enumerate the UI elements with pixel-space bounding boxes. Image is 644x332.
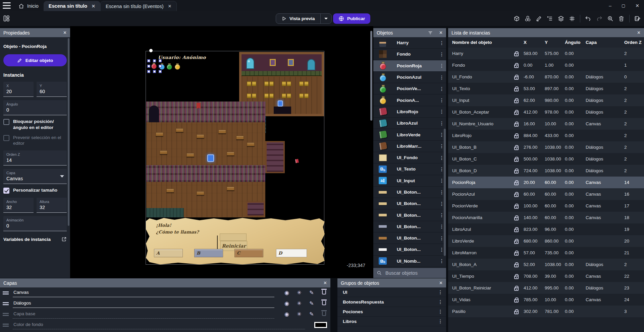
x-field[interactable]: X 20 xyxy=(3,82,34,97)
lock-position-checkbox[interactable] xyxy=(3,119,9,125)
object-item-ui_boton[interactable]: UI_Boton...⋮ xyxy=(373,244,446,255)
more-options-icon[interactable]: ⋮ xyxy=(439,201,443,206)
unlocked-padlock-icon[interactable] xyxy=(514,53,519,56)
more-options-icon[interactable]: ⋮ xyxy=(438,309,442,314)
animation-field[interactable]: Animación 0 xyxy=(3,216,67,231)
close-window-icon[interactable]: ✕ xyxy=(635,3,639,8)
grid-icon[interactable] xyxy=(569,15,575,22)
redo-icon[interactable] xyxy=(596,15,602,22)
more-options-icon[interactable]: ⋮ xyxy=(439,258,443,264)
instance-row-libroverde[interactable]: LibroVerde680.00860.000.0020 xyxy=(448,235,644,247)
instance-row-libroazul[interactable]: LibroAzul823.0096.000.0019 xyxy=(448,223,644,235)
object-item-ui_texto[interactable]: BbUI_Texto⋮ xyxy=(373,163,446,175)
panels-layout-icon[interactable] xyxy=(3,15,10,22)
background-color-swatch[interactable] xyxy=(314,322,327,328)
drag-handle-icon[interactable] xyxy=(3,291,9,294)
maximize-icon[interactable]: ▢ xyxy=(622,4,625,8)
unlocked-padlock-icon[interactable] xyxy=(514,217,519,220)
angle-field[interactable]: Ángulo 0 xyxy=(3,100,67,115)
objects-scrollbar[interactable] xyxy=(444,129,446,256)
instance-row-ui_boton_c[interactable]: UI_Boton_C500.001038.000.00Diálogos2 xyxy=(448,153,644,165)
instance-row-pocionverde[interactable]: PocionVerde100.0060.000.00Canvas17 xyxy=(448,200,644,212)
y-field[interactable]: Y 60 xyxy=(37,82,67,97)
effects-sparkle-icon[interactable]: ✳ xyxy=(296,301,302,306)
more-options-icon[interactable]: ⋮ xyxy=(438,319,442,324)
instance-row-ui_boton_d[interactable]: UI_Boton_D724.001038.000.00Diálogos2 xyxy=(448,165,644,177)
more-options-icon[interactable]: ⋮ xyxy=(438,289,442,295)
selection-handle[interactable] xyxy=(159,70,162,73)
unlocked-padlock-icon[interactable] xyxy=(514,311,519,314)
object-item-libroverde[interactable]: LibroVerde⋮ xyxy=(373,129,446,140)
more-options-icon[interactable]: ⋮ xyxy=(439,155,443,160)
more-options-icon[interactable]: ⋮ xyxy=(439,75,443,80)
object-item-pociona[interactable]: PocionA...⋮ xyxy=(373,94,446,106)
more-options-icon[interactable]: ⋮ xyxy=(439,132,443,137)
more-options-icon[interactable]: ⋮ xyxy=(439,121,443,126)
open-external-icon[interactable] xyxy=(61,237,67,242)
answer-button-d[interactable]: D xyxy=(276,249,307,257)
visibility-eye-icon[interactable]: ◉ xyxy=(284,301,290,306)
instance-row-ui_boton_a[interactable]: UI_Boton_A52.001038.000.00Diálogos2 xyxy=(448,259,644,270)
draw-pencil-icon[interactable] xyxy=(536,15,542,22)
instance-row-ui_fondo[interactable]: UI_Fondo-6.00870.000.00Diálogos0 xyxy=(448,71,644,83)
unlocked-padlock-icon[interactable] xyxy=(514,252,519,256)
drag-handle-icon[interactable] xyxy=(3,313,9,316)
object-item-ui_nomb[interactable]: BbUI_Nomb...⋮ xyxy=(373,256,446,267)
group-item-botonesrespuesta[interactable]: BotonesRespuesta⋮ xyxy=(337,297,446,307)
drag-handle-icon[interactable] xyxy=(3,302,9,305)
custom-size-checkbox[interactable] xyxy=(3,188,9,194)
height-field[interactable]: Altura 32 xyxy=(37,198,67,213)
layer-name-input[interactable]: Capa base xyxy=(13,310,274,319)
instance-row-pocionroja[interactable]: PocionRoja20.0060.000.00Canvas14 xyxy=(448,177,644,188)
instance-row-ui_boton_b[interactable]: UI_Boton_B276.001038.000.00Diálogos2 xyxy=(448,141,644,153)
object-item-ui_boton[interactable]: UI_Boton...⋮ xyxy=(373,209,446,221)
more-options-icon[interactable]: ⋮ xyxy=(439,167,443,172)
layers-icon[interactable] xyxy=(558,15,564,22)
object-item-fondo[interactable]: Fondo⋮ xyxy=(373,49,446,60)
object-item-ui_boton[interactable]: UI_Boton...⋮ xyxy=(373,187,446,198)
more-options-icon[interactable]: ⋮ xyxy=(439,40,443,46)
undo-icon[interactable] xyxy=(585,15,591,22)
layer-select[interactable]: Capa Canvas xyxy=(3,169,67,184)
object-item-pocionroja[interactable]: PocionRoja⋮ xyxy=(373,60,446,72)
visibility-eye-icon[interactable]: ◉ xyxy=(284,290,290,295)
group-item-ui[interactable]: UI⋮ xyxy=(337,287,446,297)
group-item-libros[interactable]: Libros⋮ xyxy=(337,317,446,326)
unlocked-padlock-icon[interactable] xyxy=(514,112,519,115)
layer-row-canvas[interactable]: Canvas ◉ ✳ ✎ xyxy=(0,287,330,298)
effects-sparkle-icon[interactable]: ✳ xyxy=(296,312,302,317)
more-options-icon[interactable]: ⋮ xyxy=(439,190,443,195)
unlocked-padlock-icon[interactable] xyxy=(514,194,519,197)
unlocked-padlock-icon[interactable] xyxy=(514,241,519,244)
minimize-icon[interactable]: – xyxy=(609,3,611,8)
edit-object-button[interactable]: Editar objeto xyxy=(3,54,67,66)
scene-origin-handle[interactable] xyxy=(149,49,153,52)
close-panel-icon[interactable]: ✕ xyxy=(637,30,641,35)
layer-row-capa-base[interactable]: Capa base ◉ ✳ ✎ xyxy=(0,309,330,320)
instance-row-ui_texto[interactable]: UI_Texto53.00897.000.00Diálogos2 xyxy=(448,83,644,94)
instance-row-ui_vidas[interactable]: UI_Vidas785.0010.000.00Canvas24 xyxy=(448,294,644,306)
more-options-icon[interactable]: ⋮ xyxy=(439,86,443,91)
effects-sparkle-icon[interactable]: ✳ xyxy=(296,290,302,295)
answer-button-b[interactable]: B xyxy=(194,249,223,257)
instance-row-ui_tiempo[interactable]: UI_Tiempo708.0039.000.00Canvas22 xyxy=(448,270,644,282)
z-order-field[interactable]: Orden Z 14 xyxy=(3,150,67,165)
more-options-icon[interactable]: ⋮ xyxy=(439,178,443,183)
object-item-libromarr[interactable]: LibroMarr...⋮ xyxy=(373,141,446,152)
more-options-icon[interactable]: ⋮ xyxy=(439,212,443,218)
group-item-pociones[interactable]: Pociones⋮ xyxy=(337,307,446,317)
potion-green-sprite[interactable] xyxy=(167,63,172,70)
object-item-ui_fondo[interactable]: UI_Fondo⋮ xyxy=(373,152,446,163)
unlocked-padlock-icon[interactable] xyxy=(514,287,519,291)
close-panel-icon[interactable]: ✕ xyxy=(323,280,327,285)
more-options-icon[interactable]: ⋮ xyxy=(439,52,443,57)
tab-inicio[interactable]: Inicio xyxy=(13,1,44,11)
filter-icon[interactable] xyxy=(428,30,433,36)
instance-row-pocionamarilla[interactable]: PocionAmarilla140.0060.000.00Canvas18 xyxy=(448,212,644,223)
instance-row-harry[interactable]: Harry583.00575.000.002 xyxy=(448,48,644,59)
unlocked-padlock-icon[interactable] xyxy=(514,158,519,162)
potion-red-sprite[interactable] xyxy=(151,63,156,69)
more-options-icon[interactable]: ⋮ xyxy=(439,236,443,241)
delete-trash-icon[interactable] xyxy=(321,290,327,295)
selection-handle[interactable] xyxy=(159,59,162,62)
